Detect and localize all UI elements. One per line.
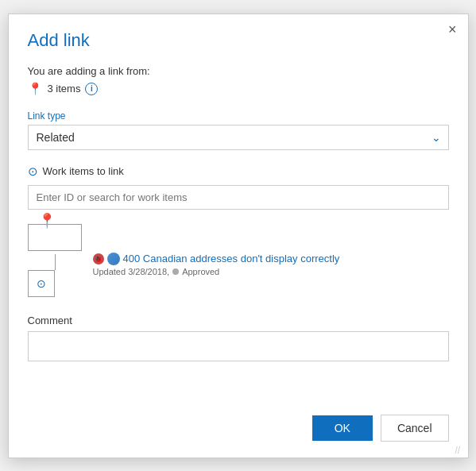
- link-diagram: 📍 ⊙ 🐞 400 Canadian addresses don't displ…: [28, 221, 449, 297]
- ok-button[interactable]: OK: [312, 415, 373, 441]
- work-items-text: Work items to link: [43, 165, 124, 177]
- link-type-select[interactable]: Related Child Parent Duplicate Duplicate…: [28, 125, 449, 150]
- close-button[interactable]: ×: [448, 22, 457, 37]
- tree-child-box: ⊙: [28, 270, 55, 297]
- cancel-button[interactable]: Cancel: [381, 415, 449, 442]
- items-count: 3 items: [48, 83, 81, 95]
- items-row: 📍 3 items i: [28, 82, 449, 96]
- item-meta: Updated 3/28/2018, Approved: [93, 267, 340, 276]
- tree-parent-box: 📍: [28, 224, 82, 251]
- tree-child-row: ⊙: [28, 270, 55, 297]
- comment-label: Comment: [28, 315, 449, 326]
- tree-pin-icon: 📍: [38, 212, 56, 230]
- work-items-search-input[interactable]: [28, 185, 449, 210]
- comment-input[interactable]: [28, 331, 449, 361]
- item-updated: Updated 3/28/2018,: [93, 267, 170, 276]
- info-icon[interactable]: i: [85, 83, 98, 95]
- target-icon: ⊙: [28, 164, 38, 179]
- resize-handle[interactable]: //: [455, 445, 465, 454]
- item-title: Canadian addresses don't display correct…: [143, 253, 339, 264]
- item-status: Approved: [182, 267, 219, 276]
- tree-connector: [55, 254, 56, 270]
- status-dot-icon: [172, 268, 179, 275]
- add-link-dialog: × Add link You are adding a link from: 📍…: [8, 14, 469, 458]
- item-link[interactable]: 400 Canadian addresses don't display cor…: [123, 253, 340, 264]
- bug-icon: 🐞: [93, 253, 104, 264]
- link-type-select-wrapper: Related Child Parent Duplicate Duplicate…: [28, 125, 449, 150]
- tree-target-icon: ⊙: [37, 277, 46, 290]
- diagram-tree: 📍 ⊙: [28, 221, 82, 297]
- source-label: You are adding a link from:: [28, 65, 449, 77]
- diagram-info: 🐞 400 Canadian addresses don't display c…: [93, 221, 340, 276]
- link-type-label: Link type: [28, 110, 449, 122]
- dialog-title: Add link: [28, 30, 449, 51]
- item-id: 400: [123, 253, 141, 264]
- work-item-title-row: 🐞 400 Canadian addresses don't display c…: [93, 253, 340, 265]
- work-items-label: ⊙ Work items to link: [28, 164, 449, 179]
- dialog-footer: OK Cancel: [28, 415, 449, 442]
- pin-icon: 📍: [28, 82, 43, 96]
- avatar-icon: [107, 253, 120, 265]
